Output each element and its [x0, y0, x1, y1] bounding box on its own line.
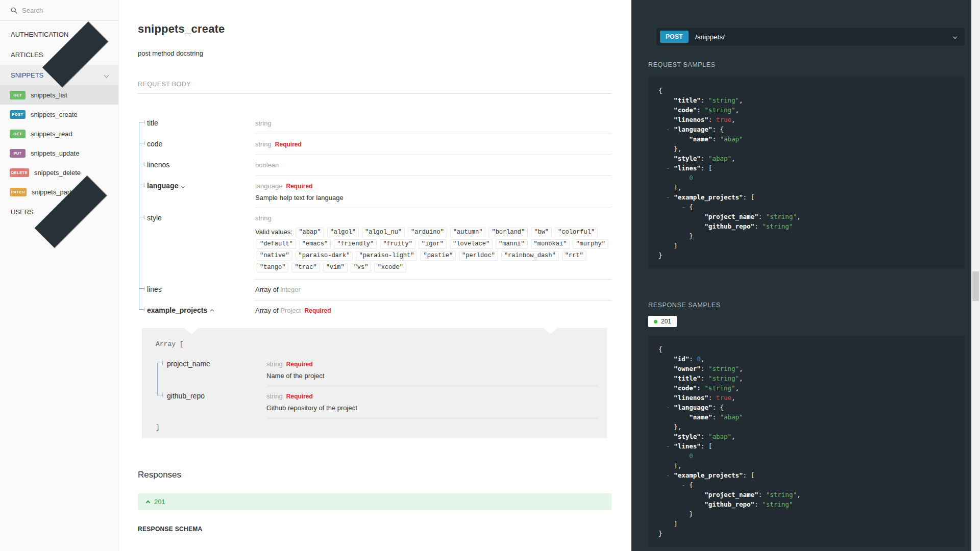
- expandable-field-language[interactable]: language: [147, 176, 255, 208]
- enum-value-chip: "paraiso-dark": [296, 251, 353, 261]
- chevron-down-icon: [181, 185, 185, 188]
- method-badge-get: GET: [10, 91, 26, 99]
- endpoint-dropdown[interactable]: POST /snippets/: [656, 28, 965, 45]
- enum-value-chip: "trac": [291, 263, 320, 272]
- panel-notch: [184, 328, 199, 334]
- method-badge-delete: DELETE: [10, 168, 29, 177]
- field-help: Github repository of the project: [266, 404, 599, 412]
- section-label: USERS: [11, 208, 34, 216]
- response-tab-label: 201: [661, 318, 671, 325]
- array-open-bracket: Array [: [156, 340, 599, 348]
- response-schema-caption: RESPONSE SCHEMA: [138, 525, 611, 533]
- page-scrollbar-track[interactable]: [971, 0, 980, 551]
- enum-value-chip: "friendly": [334, 239, 377, 249]
- sidebar-op-snippets-create[interactable]: POST snippets_create: [0, 105, 118, 124]
- required-flag: Required: [286, 393, 313, 400]
- page-scrollbar-thumb[interactable]: [972, 271, 979, 301]
- enum-value-chip: "xcode": [374, 263, 406, 272]
- tree-stub: [139, 185, 144, 185]
- response-samples-caption: RESPONSE SAMPLES: [648, 302, 965, 309]
- sidebar-menu: AUTHENTICATION ARTICLES SNIPPETS GET sni…: [0, 21, 118, 222]
- field-name: github_repo: [167, 392, 205, 400]
- enum-value-chip: "autumn": [450, 228, 486, 237]
- field-type-prefix: Array of: [255, 286, 280, 293]
- enum-value-chip: "arduino": [408, 228, 447, 237]
- response-status-code: 201: [154, 498, 165, 506]
- field-type: string: [266, 360, 283, 368]
- sidebar-op-snippets-read[interactable]: GET snippets_read: [0, 124, 118, 143]
- field-name: lines: [147, 285, 162, 293]
- field-row-language: language languageRequired Sample help te…: [138, 176, 611, 208]
- panel-notch: [543, 328, 557, 334]
- field-name: code: [147, 140, 162, 148]
- endpoint-method-badge: POST: [660, 31, 689, 43]
- tree-stub: [139, 164, 144, 164]
- tree-stub: [157, 395, 163, 395]
- field-name: project_name: [167, 360, 210, 368]
- enum-chip-list: "abap""algol""algol_nu""arduino""autumn"…: [255, 228, 610, 271]
- field-help: Name of the project: [266, 372, 599, 380]
- enum-value-chip: "rainbow_dash": [501, 251, 559, 261]
- op-label: snippets_read: [31, 130, 72, 138]
- tree-stub: [139, 143, 144, 143]
- field-type: string: [255, 214, 272, 222]
- tree-stub: [157, 363, 163, 363]
- search-box[interactable]: [0, 0, 118, 21]
- expandable-field-example-projects[interactable]: example_projects: [147, 300, 255, 321]
- sidebar-item-articles[interactable]: ARTICLES: [0, 44, 118, 65]
- enum-value-chip: "murphy": [573, 239, 608, 249]
- enum-value-chip: "algol": [327, 228, 359, 237]
- field-type: integer: [280, 286, 301, 293]
- sidebar-op-snippets-list[interactable]: GET snippets_list: [0, 85, 118, 105]
- enum-value-chip: "algol_nu": [362, 228, 405, 237]
- field-name: linenos: [147, 161, 169, 169]
- chevron-down-icon: [104, 72, 109, 78]
- tree-stub: [139, 217, 144, 217]
- field-row-project-name: project_name stringRequired Name of the …: [156, 354, 599, 386]
- search-input[interactable]: [22, 7, 99, 14]
- main-content: snippets_create post method docstring RE…: [119, 0, 631, 551]
- field-type: string: [255, 119, 272, 127]
- response-201-banner[interactable]: 201: [138, 493, 611, 510]
- sidebar-op-snippets-update[interactable]: PUT snippets_update: [0, 143, 118, 163]
- field-row-example-projects: example_projects Array of ProjectRequire…: [138, 300, 611, 321]
- enum-value-chip: "fruity": [380, 239, 415, 249]
- enum-value-chip: "vs": [351, 263, 372, 272]
- enum-value-chip: "bw": [531, 228, 552, 237]
- api-docs-app: AUTHENTICATION ARTICLES SNIPPETS GET sni…: [0, 0, 980, 551]
- field-row-style: style string Valid values: "abap""algol"…: [138, 208, 611, 280]
- field-type: language: [255, 182, 283, 190]
- enum-value-chip: "native": [257, 251, 292, 261]
- field-help: Sample help text for language: [255, 194, 611, 202]
- response-sample-tab-201[interactable]: 201: [648, 316, 677, 327]
- op-label: snippets_create: [31, 111, 78, 118]
- page-title: snippets_create: [138, 22, 611, 36]
- enum-value-chip: "tango": [257, 263, 288, 272]
- chevron-down-icon: [953, 35, 957, 39]
- sidebar-op-snippets-delete[interactable]: DELETE snippets_delete: [0, 163, 118, 182]
- enum-value-chip: "rrt": [562, 251, 586, 261]
- field-row-id: id integer id serializer help text: [138, 546, 611, 551]
- field-row-github-repo: github_repo stringRequired Github reposi…: [156, 386, 599, 418]
- enum-value-chip: "abap": [296, 228, 324, 237]
- method-badge-patch: PATCH: [10, 188, 27, 196]
- enum-value-chip: "manni": [496, 239, 527, 249]
- status-dot-icon: [654, 320, 657, 323]
- enum-value-chip: "colorful": [555, 228, 598, 237]
- samples-panel: POST /snippets/ REQUEST SAMPLES { "title…: [631, 0, 980, 551]
- field-type: Project: [280, 307, 301, 314]
- enum-value-chip: "vim": [323, 263, 348, 272]
- enum-values: Valid values: "abap""algol""algol_nu""ar…: [255, 226, 611, 273]
- tree-stub: [139, 309, 144, 310]
- field-name: example_projects: [147, 306, 207, 314]
- endpoint-path: /snippets/: [695, 33, 953, 41]
- op-label: snippets_list: [31, 91, 67, 99]
- enum-value-chip: "default": [257, 239, 296, 249]
- op-label: snippets_update: [31, 149, 79, 157]
- field-type: string: [255, 140, 272, 148]
- field-type: string: [266, 392, 283, 400]
- valid-values-label: Valid values:: [255, 228, 292, 236]
- field-row-linenos: linenos boolean: [138, 155, 611, 176]
- sidebar: AUTHENTICATION ARTICLES SNIPPETS GET sni…: [0, 0, 119, 551]
- sidebar-item-users[interactable]: USERS: [0, 202, 118, 222]
